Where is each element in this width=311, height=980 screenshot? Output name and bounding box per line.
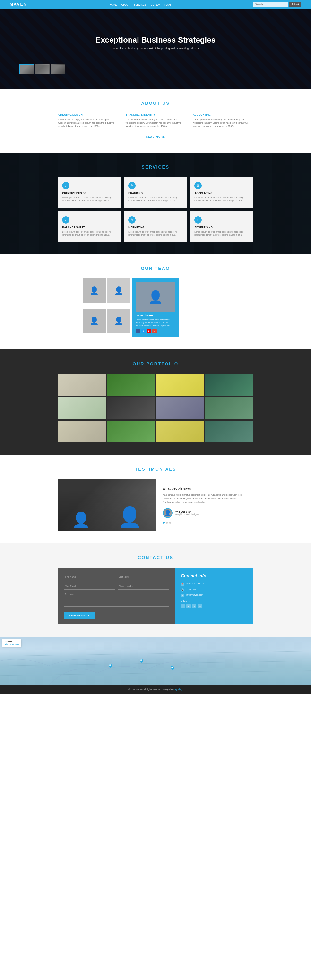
portfolio-item-6[interactable] <box>107 397 155 419</box>
about-item-creative: CREATIVE DESIGN Lorem Ipsum is simply du… <box>58 113 118 128</box>
hero-subtitle: Lorem Ipsum is simply dummy text of the … <box>95 47 216 50</box>
testimonials-person-info: Williams Staff Graphic & Web designer <box>175 511 199 515</box>
team-photo-1: 👤 <box>83 278 106 303</box>
testimonials-dot-2[interactable] <box>166 522 168 523</box>
message-input[interactable] <box>64 592 169 606</box>
service-card-6-text: Lorem ipsum dolor sit amet, consectetur … <box>194 231 249 237</box>
contact-section: CONTACT US Send Message Contact Info: 📍 … <box>0 543 311 636</box>
testimonials-person: 👤 Williams Staff Graphic & Web designer <box>163 508 245 518</box>
portfolio-title: OUR PORTFOLIO <box>10 361 301 367</box>
team-twitter-link[interactable]: t <box>141 329 146 333</box>
service-card-2: ✎ BRANDING Lorem ipsum dolor sit amet, c… <box>124 177 187 207</box>
testimonials-dot-3[interactable] <box>169 522 171 523</box>
service-card-5-title: MARKETING <box>128 226 183 229</box>
portfolio-item-10[interactable] <box>107 421 155 442</box>
site-logo: MAVEN <box>10 2 27 6</box>
about-section: ABOUT US CREATIVE DESIGN Lorem Ipsum is … <box>0 89 311 153</box>
read-more-button[interactable]: READ MORE <box>140 133 171 140</box>
testimonials-section: TESTIMONIALS 👤 👤 what people says Nam te… <box>0 455 311 543</box>
portfolio-item-5[interactable] <box>58 397 106 419</box>
footer: © 2018 Maven. All rights reserved | Desi… <box>0 685 311 694</box>
portfolio-grid <box>58 374 253 442</box>
team-featured-person-img: 👤 <box>136 282 175 312</box>
footer-text: © 2018 Maven. All rights reserved | Desi… <box>128 688 173 690</box>
contact-facebook-link[interactable]: f <box>181 604 185 608</box>
team-gplus-link[interactable]: g+ <box>152 329 157 333</box>
send-message-button[interactable]: Send Message <box>64 612 95 619</box>
email-input[interactable] <box>64 583 116 590</box>
portfolio-item-3[interactable] <box>156 374 204 396</box>
contact-info-title: Contact Info: <box>181 573 247 579</box>
contact-phone: 📞 12346789 <box>181 588 247 592</box>
contact-form: Send Message <box>58 568 175 625</box>
form-message-row <box>64 592 169 606</box>
nav-team[interactable]: Team <box>164 3 171 6</box>
portfolio-item-11[interactable] <box>156 421 204 442</box>
service-card-5: ✎ MARKETING Lorem ipsum dolor sit amet, … <box>124 212 187 242</box>
testimonials-dots <box>163 522 245 523</box>
nav-home[interactable]: Home <box>109 3 117 6</box>
read-more-wrap: READ MORE <box>10 133 301 140</box>
first-name-input[interactable] <box>64 573 116 580</box>
service-card-4: ♪ BALANCE SHEET Lorem ipsum dolor sit am… <box>58 212 121 242</box>
contact-phone-text: 12346789 <box>186 588 196 590</box>
contact-follow-label: Follow Us: <box>181 600 247 603</box>
contact-email-text: info@maven.com <box>186 593 203 596</box>
portfolio-item-4[interactable] <box>205 374 253 396</box>
hero-thumb-3[interactable] <box>51 64 65 74</box>
contact-gplus-link[interactable]: g+ <box>192 604 196 608</box>
map-view-larger[interactable]: View larger map <box>5 643 19 645</box>
portfolio-item-12[interactable] <box>205 421 253 442</box>
team-photo-4: 👤 <box>107 309 130 333</box>
portfolio-item-9[interactable] <box>58 421 106 442</box>
last-name-input[interactable] <box>118 573 169 580</box>
service-card-2-title: BRANDING <box>128 192 183 195</box>
contact-rss-link[interactable]: rss <box>198 604 202 608</box>
testimonials-avatar: 👤 <box>163 508 173 518</box>
service-card-5-text: Lorem ipsum dolor sit amet, consectetur … <box>128 231 183 237</box>
nav-services[interactable]: Services <box>134 3 146 6</box>
hero-thumbnails <box>10 62 75 76</box>
portfolio-item-2[interactable] <box>107 374 155 396</box>
team-person-1-img: 👤 <box>83 278 106 303</box>
team-grid: 👤 👤 👤 👤 👤 Lucas Jimenez Lorem ipsum dolo… <box>83 278 228 337</box>
nav-more[interactable]: More ▾ <box>151 3 160 6</box>
portfolio-item-7[interactable] <box>156 397 204 419</box>
svg-line-2 <box>0 671 311 676</box>
about-item-3-title: ACCOUNTING <box>193 113 253 116</box>
phone-input[interactable] <box>118 583 169 590</box>
contact-linkedin-link[interactable]: in <box>186 604 191 608</box>
testimonials-inner: 👤 👤 what people says Nam tempus turpis a… <box>58 479 253 531</box>
service-card-3: ⊞ ACCOUNTING Lorem ipsum dolor sit amet,… <box>190 177 253 207</box>
testimonials-person-role: Graphic & Web designer <box>175 513 199 515</box>
footer-designer-link[interactable]: VXgallery <box>173 688 183 690</box>
nav-search-form: Submit <box>253 2 301 7</box>
form-contact-row <box>64 583 169 590</box>
team-facebook-link[interactable]: f <box>136 329 140 333</box>
hero-title: Exceptional Business Strategies <box>95 35 216 45</box>
about-item-1-text: Lorem Ipsum is simply dummy text of the … <box>58 118 118 128</box>
portfolio-item-8[interactable] <box>205 397 253 419</box>
team-photo-2: 👤 <box>107 278 130 303</box>
team-featured-card: 👤 Lucas Jimenez Lorem ipsum dolor sit am… <box>132 278 179 337</box>
team-featured-image: 👤 <box>136 282 175 312</box>
team-person-2-img: 👤 <box>107 278 130 303</box>
hero-thumb-2[interactable] <box>35 64 49 74</box>
contact-address: 📍 3561 St,Seattle USA. <box>181 582 247 586</box>
hero-section: Exceptional Business Strategies Lorem Ip… <box>0 9 311 89</box>
team-youtube-link[interactable]: ▶ <box>147 329 151 333</box>
nav-about[interactable]: About <box>121 3 130 6</box>
hero-thumb-1[interactable] <box>19 64 34 74</box>
testimonials-person-1: 👤 <box>72 511 90 528</box>
testimonials-dot-1[interactable] <box>163 522 165 523</box>
team-featured-name: Lucas Jimenez <box>136 314 175 317</box>
about-title: ABOUT US <box>10 101 301 106</box>
search-input[interactable] <box>253 2 288 7</box>
service-card-6: ⊞ ADVERTISING Lorem ipsum dolor sit amet… <box>190 212 253 242</box>
about-item-accounting: ACCOUNTING Lorem Ipsum is simply dummy t… <box>193 113 253 128</box>
service-icon-4: ♪ <box>62 216 70 224</box>
team-photos-grid: 👤 👤 👤 👤 <box>83 278 130 337</box>
team-title: OUR TEAM <box>10 266 301 271</box>
search-button[interactable]: Submit <box>289 2 301 7</box>
portfolio-item-1[interactable] <box>58 374 106 396</box>
